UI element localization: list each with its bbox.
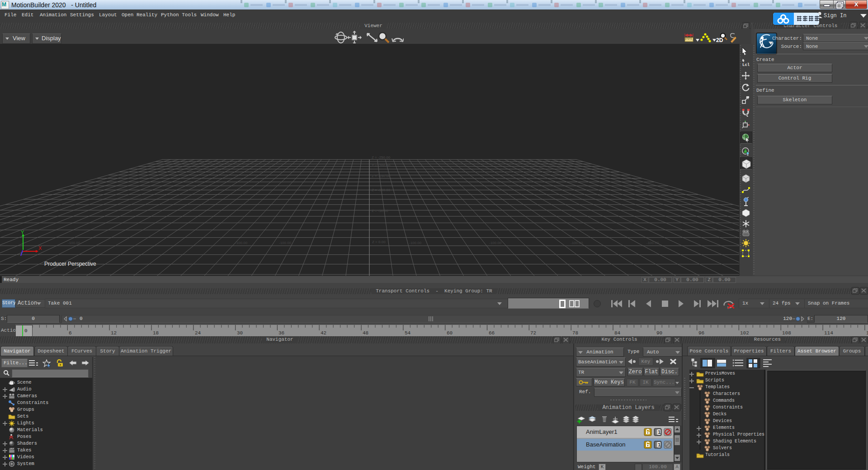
svg-text:84: 84 — [614, 330, 621, 336]
svg-text:42: 42 — [321, 330, 326, 336]
svg-text:114: 114 — [824, 330, 833, 336]
svg-text:-100.00: -100.00 — [235, 241, 248, 245]
svg-text:6: 6 — [69, 330, 72, 336]
svg-text:48: 48 — [363, 330, 368, 336]
svg-text:Z = 0.00: Z = 0.00 — [372, 240, 386, 244]
svg-text:60: 60 — [447, 330, 453, 336]
svg-text:90: 90 — [656, 330, 662, 336]
svg-text:-100.00: -100.00 — [279, 241, 292, 245]
svg-text:X: X — [38, 245, 42, 251]
svg-text:1: 1 — [658, 429, 660, 435]
svg-text:2D: 2D — [716, 37, 723, 43]
svg-text:-100.00: -100.00 — [571, 241, 583, 245]
svg-text:18: 18 — [153, 330, 159, 336]
svg-text:30: 30 — [237, 330, 243, 336]
svg-text:108: 108 — [782, 330, 791, 336]
svg-text:72: 72 — [530, 330, 536, 336]
svg-text:96: 96 — [698, 330, 704, 336]
svg-text:-100.00: -100.00 — [646, 241, 659, 245]
svg-text:Z = -250.00: Z = -250.00 — [372, 155, 391, 160]
svg-text:-100.00: -100.00 — [489, 241, 502, 245]
svg-text:Z = -50.00: Z = -50.00 — [372, 209, 388, 213]
svg-text:36: 36 — [278, 330, 284, 336]
svg-text:24: 24 — [195, 330, 201, 336]
svg-text:1: 1 — [658, 442, 660, 447]
svg-text:120: 120 — [866, 330, 868, 336]
svg-text:Y: Y — [21, 230, 24, 235]
svg-text:-100.00: -100.00 — [68, 241, 80, 245]
svg-text:-100.00: -100.00 — [409, 241, 422, 245]
svg-text:12: 12 — [111, 330, 117, 336]
svg-text:66: 66 — [489, 330, 495, 336]
svg-text:Z = -150.00: Z = -150.00 — [372, 174, 391, 178]
svg-text:102: 102 — [740, 330, 749, 336]
svg-text:Lcl: Lcl — [742, 63, 750, 67]
svg-text:54: 54 — [405, 330, 411, 336]
svg-text:78: 78 — [572, 330, 578, 336]
svg-text:Z = -100.00: Z = -100.00 — [372, 188, 391, 192]
svg-text:Z = -200.00: Z = -200.00 — [372, 164, 391, 168]
